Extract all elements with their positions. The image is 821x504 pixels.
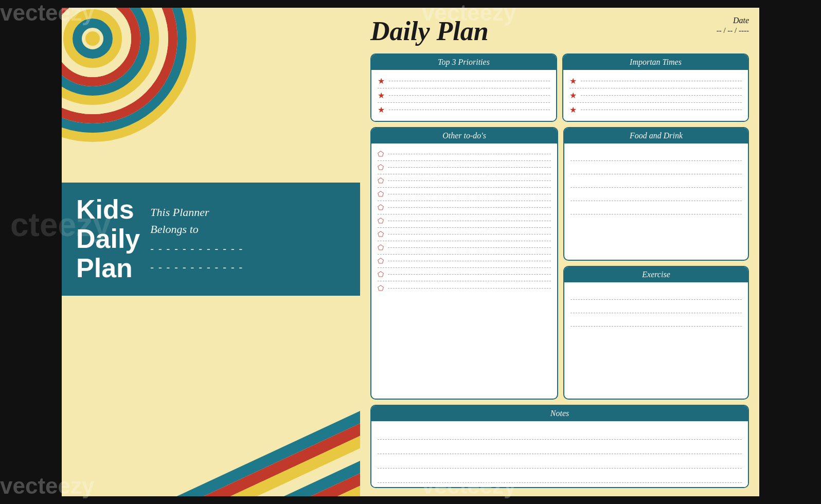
svg-point-11 [85,31,100,46]
exercise-section: Exercise [563,266,749,400]
priority-item-1: ★ [378,74,550,88]
time-item-1: ★ [569,74,742,88]
priority-item-3: ★ [378,103,550,117]
pentagon-icon-4: ⬠ [378,190,384,199]
todo-item-7: ⬠ [378,228,551,241]
notes-line-3 [378,454,742,469]
main-container: Kids Daily Plan This Planner Belongs to … [62,8,759,496]
stripes-decoration [62,280,360,496]
star-icon-1: ★ [378,76,385,86]
todo-item-4: ⬠ [378,188,551,201]
star-icon-2: ★ [378,91,385,100]
middle-row: Other to-do's ⬠ ⬠ ⬠ ⬠ [370,127,749,400]
pentagon-icon-3: ⬠ [378,176,384,185]
todo-item-6: ⬠ [378,214,551,228]
star-icon-3: ★ [378,105,385,115]
pentagon-icon-7: ⬠ [378,230,384,239]
exercise-line-4 [570,327,742,340]
exercise-header: Exercise [564,267,748,282]
pentagon-icon-10: ⬠ [378,270,384,279]
todo-item-9: ⬠ [378,255,551,268]
food-drink-header: Food and Drink [564,128,748,143]
planner-header: Daily Plan Date -- / -- / ---- [370,16,749,46]
exercise-content [564,282,748,344]
food-line-6 [570,214,742,228]
todo-item-11: ⬠ [378,281,551,295]
important-times-section: Importan Times ★ ★ ★ [562,53,749,122]
notes-section: Notes [370,405,749,488]
circles-decoration [62,8,257,203]
notes-line-4 [378,469,742,483]
notes-line-1 [378,425,742,440]
notes-line-2 [378,440,742,454]
kids-daily-plan-title: Kids Daily Plan [76,195,140,283]
exercise-line-2 [570,300,742,313]
date-label: Date [733,16,749,25]
pentagon-icon-8: ⬠ [378,243,384,252]
priorities-section: Top 3 Priorities ★ ★ ★ [370,53,557,122]
todos-header: Other to-do's [371,128,557,143]
date-value: -- / -- / ---- [717,26,749,35]
todos-content: ⬠ ⬠ ⬠ ⬠ ⬠ [371,143,557,299]
planner-belongs-to: This Planner Belongs to - - - - - - - - … [150,204,243,275]
pentagon-icon-2: ⬠ [378,163,384,172]
star-icon-t2: ★ [569,91,577,100]
star-icon-t3: ★ [569,105,577,115]
food-line-1 [570,148,742,161]
todo-item-5: ⬠ [378,201,551,214]
food-drink-section: Food and Drink [563,127,749,261]
todo-item-3: ⬠ [378,174,551,188]
star-icon-t1: ★ [569,76,577,86]
todo-item-8: ⬠ [378,241,551,255]
todo-item-10: ⬠ [378,268,551,281]
food-drink-content [564,143,748,232]
right-panel: Daily Plan Date -- / -- / ---- Top 3 Pri… [360,8,759,496]
pentagon-icon-9: ⬠ [378,257,384,265]
food-line-3 [570,174,742,188]
date-section: Date -- / -- / ---- [717,16,749,35]
exercise-line-3 [570,313,742,327]
priorities-content: ★ ★ ★ [371,70,556,121]
food-line-2 [570,161,742,174]
priority-item-2: ★ [378,88,550,103]
exercise-line-1 [570,286,742,300]
daily-plan-title: Daily Plan [370,16,489,46]
title-banner: Kids Daily Plan This Planner Belongs to … [62,183,360,296]
food-line-5 [570,201,742,214]
time-item-2: ★ [569,88,742,103]
todos-section: Other to-do's ⬠ ⬠ ⬠ ⬠ [370,127,558,400]
important-times-header: Importan Times [563,55,748,70]
priorities-header: Top 3 Priorities [371,55,556,70]
todo-item-2: ⬠ [378,161,551,174]
food-line-4 [570,188,742,201]
time-item-3: ★ [569,103,742,117]
notes-header: Notes [371,406,748,421]
top-row: Top 3 Priorities ★ ★ ★ [370,53,749,122]
right-column: Food and Drink Exercise [563,127,749,400]
pentagon-icon-11: ⬠ [378,284,384,293]
pentagon-icon-5: ⬠ [378,203,384,212]
left-panel: Kids Daily Plan This Planner Belongs to … [62,8,360,496]
important-times-content: ★ ★ ★ [563,70,748,121]
todo-item-1: ⬠ [378,148,551,161]
pentagon-icon-6: ⬠ [378,217,384,225]
notes-content [371,421,748,487]
pentagon-icon-1: ⬠ [378,150,384,158]
